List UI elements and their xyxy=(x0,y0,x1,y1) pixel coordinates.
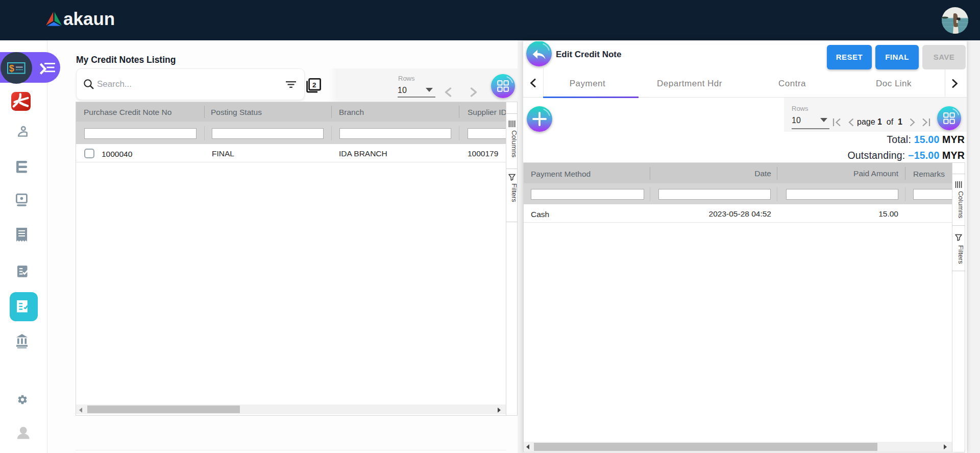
svg-text:$: $ xyxy=(9,63,14,73)
svg-text:2: 2 xyxy=(312,81,316,89)
